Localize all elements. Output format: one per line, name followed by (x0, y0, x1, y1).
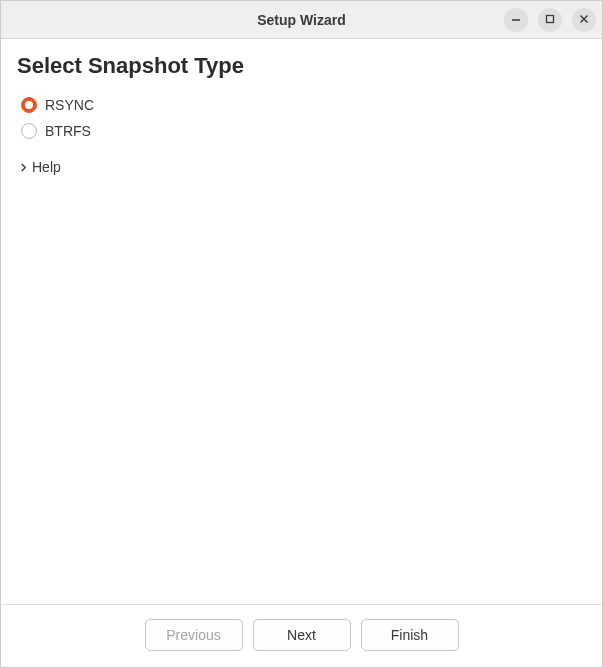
chevron-right-icon (19, 163, 28, 172)
close-icon (579, 12, 589, 27)
radio-option-rsync[interactable]: RSYNC (21, 97, 586, 113)
radio-label: BTRFS (45, 123, 91, 139)
close-button[interactable] (572, 8, 596, 32)
window-controls (504, 8, 596, 32)
radio-icon (21, 97, 37, 113)
radio-option-btrfs[interactable]: BTRFS (21, 123, 586, 139)
minimize-icon (511, 12, 521, 27)
finish-button[interactable]: Finish (361, 619, 459, 651)
content-area: Select Snapshot Type RSYNC BTRFS Help (1, 39, 602, 604)
help-label: Help (32, 159, 61, 175)
help-toggle[interactable]: Help (19, 159, 61, 175)
window-title: Setup Wizard (257, 12, 346, 28)
page-title: Select Snapshot Type (17, 53, 586, 79)
maximize-icon (545, 12, 555, 27)
wizard-footer: Previous Next Finish (1, 604, 602, 667)
svg-rect-1 (547, 16, 554, 23)
previous-button[interactable]: Previous (145, 619, 243, 651)
radio-icon (21, 123, 37, 139)
titlebar: Setup Wizard (1, 1, 602, 39)
next-button[interactable]: Next (253, 619, 351, 651)
minimize-button[interactable] (504, 8, 528, 32)
maximize-button[interactable] (538, 8, 562, 32)
snapshot-type-radio-group: RSYNC BTRFS (21, 97, 586, 139)
radio-label: RSYNC (45, 97, 94, 113)
